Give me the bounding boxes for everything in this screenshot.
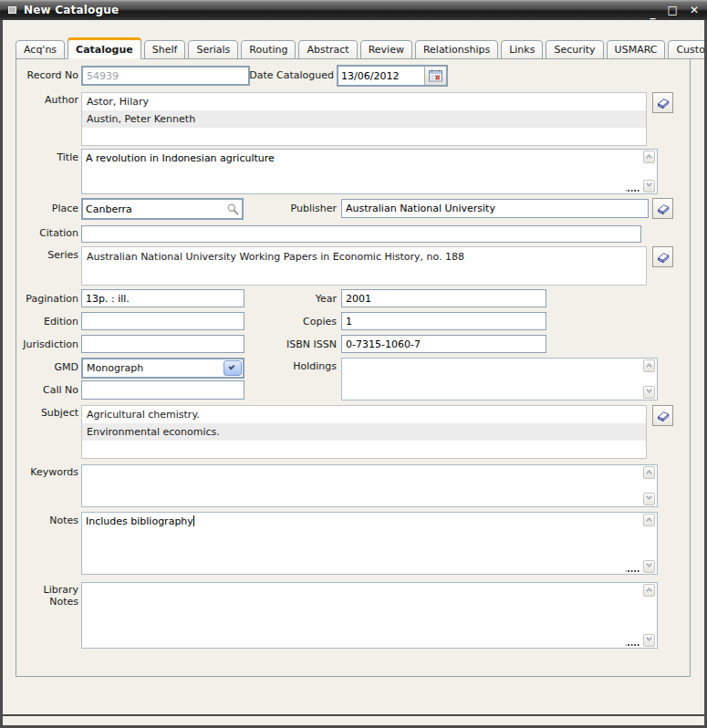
- library-notes-label: Library Notes: [18, 584, 78, 608]
- tab-relationships[interactable]: Relationships: [415, 40, 498, 59]
- subject-list-item[interactable]: Environmental economics.: [82, 423, 646, 441]
- tab-acq-ns[interactable]: Acq'ns: [16, 40, 65, 59]
- maximize-button[interactable]: □: [668, 5, 678, 16]
- copies-field[interactable]: [341, 312, 546, 330]
- tab-routing[interactable]: Routing: [241, 40, 296, 59]
- year-label: Year: [263, 293, 337, 305]
- call-no-field[interactable]: [81, 380, 244, 400]
- holdings-label: Holdings: [263, 360, 337, 372]
- series-label: Series: [18, 249, 78, 261]
- tab-bar: Acq'nsCatalogueShelfSerialsRoutingAbstra…: [16, 38, 707, 59]
- jurisdiction-label: Jurisdiction: [18, 338, 78, 350]
- series-clear-button[interactable]: [652, 246, 673, 267]
- chevron-down-icon: [646, 561, 652, 567]
- tab-links[interactable]: Links: [501, 40, 543, 59]
- date-picker-button[interactable]: [424, 67, 446, 85]
- subject-list-item[interactable]: Agricultural chemistry.: [82, 406, 646, 423]
- keywords-text: [86, 468, 640, 504]
- scroll-up-button[interactable]: [643, 359, 655, 372]
- place-lookup-button[interactable]: [224, 203, 242, 216]
- edition-field[interactable]: [81, 312, 244, 330]
- notes-text: Includes bibliography: [86, 515, 640, 572]
- tab-review[interactable]: Review: [360, 40, 412, 59]
- chevron-down-icon: [646, 635, 652, 641]
- scroll-up-button[interactable]: [643, 514, 655, 526]
- publisher-field[interactable]: [341, 199, 649, 218]
- jurisdiction-field[interactable]: [81, 335, 244, 353]
- chevron-down-icon: [646, 494, 652, 500]
- gmd-dropdown-button[interactable]: [224, 360, 242, 376]
- tab-shelf[interactable]: Shelf: [144, 40, 186, 59]
- publisher-clear-button[interactable]: [652, 198, 673, 219]
- resize-grip[interactable]: [626, 568, 639, 572]
- scroll-down-button[interactable]: [643, 634, 655, 647]
- notes-field[interactable]: Includes bibliography: [81, 512, 658, 575]
- author-list-item[interactable]: Astor, Hilary: [82, 93, 646, 110]
- pagination-field[interactable]: [81, 289, 244, 307]
- record-no-field[interactable]: [81, 66, 250, 86]
- isbn-issn-field[interactable]: [341, 335, 546, 353]
- author-label: Author: [18, 94, 78, 106]
- subject-list-item[interactable]: [82, 441, 646, 458]
- holdings-scrollbar[interactable]: [642, 359, 656, 399]
- minimize-button[interactable]: _: [650, 7, 656, 18]
- resize-grip[interactable]: [626, 188, 639, 192]
- eraser-icon: [656, 202, 671, 216]
- tab-custom[interactable]: Custom: [668, 40, 707, 59]
- scroll-up-button[interactable]: [643, 584, 655, 597]
- window-title: New Catalogue: [24, 4, 119, 16]
- pagination-label: Pagination: [18, 293, 78, 305]
- notes-scrollbar[interactable]: [642, 514, 656, 573]
- copies-label: Copies: [263, 316, 337, 328]
- place-field[interactable]: [81, 198, 244, 220]
- tab-abstract[interactable]: Abstract: [298, 40, 357, 59]
- search-icon: [226, 203, 240, 216]
- scroll-up-button[interactable]: [643, 151, 655, 163]
- series-field[interactable]: Australian National University Working P…: [81, 246, 647, 286]
- tab-usmarc[interactable]: USMARC: [607, 40, 666, 59]
- year-field[interactable]: [341, 289, 546, 307]
- date-catalogued-input[interactable]: [338, 67, 424, 85]
- close-button[interactable]: ✕: [690, 5, 699, 16]
- tab-security[interactable]: Security: [546, 40, 603, 59]
- subject-clear-button[interactable]: [652, 405, 673, 426]
- eraser-icon: [656, 96, 671, 110]
- holdings-field[interactable]: [341, 358, 658, 400]
- gmd-selected-value: Monograph: [83, 362, 224, 374]
- chevron-down-icon: [646, 181, 652, 187]
- eraser-icon: [656, 250, 671, 265]
- chevron-up-icon: [646, 517, 652, 524]
- titlebar[interactable]: New Catalogue _ □ ✕: [0, 0, 707, 20]
- citation-field[interactable]: [81, 225, 641, 243]
- title-field[interactable]: A revolution in Indonesian agriculture: [81, 149, 658, 194]
- author-clear-button[interactable]: [652, 92, 673, 113]
- subject-list[interactable]: Agricultural chemistry.Environmental eco…: [81, 405, 647, 459]
- tab-serials[interactable]: Serials: [188, 40, 238, 59]
- window-icon: [8, 6, 16, 14]
- title-scrollbar[interactable]: [642, 151, 656, 192]
- library-notes-field[interactable]: [81, 582, 658, 649]
- chevron-up-icon: [646, 470, 652, 476]
- scroll-down-button[interactable]: [643, 386, 655, 399]
- record-no-label: Record No: [18, 69, 78, 81]
- catalogue-tab-panel: Record No Date Catalogued: [16, 58, 691, 677]
- call-no-label: Call No: [18, 384, 78, 396]
- author-list-item[interactable]: Austin, Peter Kenneth: [82, 110, 646, 128]
- author-list[interactable]: Astor, HilaryAustin, Peter Kenneth: [81, 92, 647, 146]
- scroll-down-button[interactable]: [643, 180, 655, 192]
- tab-catalogue[interactable]: Catalogue: [68, 37, 141, 59]
- keywords-field[interactable]: [81, 464, 658, 507]
- keywords-scrollbar[interactable]: [642, 466, 656, 505]
- publisher-label: Publisher: [272, 203, 337, 214]
- place-input[interactable]: [83, 202, 224, 217]
- scroll-down-button[interactable]: [643, 493, 655, 505]
- scroll-down-button[interactable]: [643, 560, 655, 573]
- text-caret: [193, 515, 194, 526]
- author-list-item[interactable]: [82, 128, 646, 145]
- resize-grip[interactable]: [626, 642, 639, 646]
- date-catalogued-field[interactable]: [337, 65, 448, 87]
- bottom-divider: [3, 714, 704, 716]
- scroll-up-button[interactable]: [643, 466, 655, 479]
- gmd-select[interactable]: Monograph: [81, 358, 244, 379]
- library-notes-scrollbar[interactable]: [642, 584, 656, 647]
